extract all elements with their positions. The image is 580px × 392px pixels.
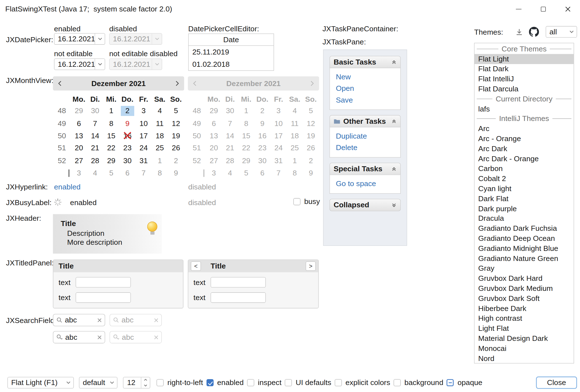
- table-row[interactable]: 01.02.2018: [188, 58, 274, 70]
- theme-list-item[interactable]: Dracula: [475, 213, 574, 224]
- calendar-day[interactable]: 25: [152, 142, 168, 155]
- theme-list-item[interactable]: Arc: [475, 124, 574, 134]
- theme-list-item[interactable]: Gradianto Deep Ocean: [475, 234, 574, 244]
- search-input[interactable]: [65, 316, 95, 324]
- checkbox-box[interactable]: [157, 379, 164, 386]
- theme-list-item[interactable]: Monocai: [475, 343, 574, 353]
- download-themes-button[interactable]: [514, 27, 524, 37]
- calendar-day[interactable]: 2: [119, 105, 136, 117]
- previous-button[interactable]: <: [191, 262, 201, 271]
- theme-list-item[interactable]: Arc Dark: [475, 144, 574, 154]
- calendar-day[interactable]: 26: [168, 142, 184, 155]
- calendar-day[interactable]: 19: [168, 130, 184, 142]
- task-link[interactable]: Open: [336, 84, 400, 93]
- calendar-day[interactable]: 15: [103, 130, 119, 142]
- theme-list-item[interactable]: Flat Light: [475, 54, 574, 64]
- task-link[interactable]: Save: [336, 96, 400, 104]
- chevron-down-icon[interactable]: [63, 377, 74, 388]
- task-link[interactable]: Duplicate: [336, 132, 400, 141]
- theme-list-item[interactable]: lafs: [475, 104, 574, 114]
- calendar-day[interactable]: 29: [103, 155, 119, 167]
- theme-list-item[interactable]: Nord: [475, 353, 574, 364]
- theme-list-item[interactable]: Light Flat: [475, 323, 574, 333]
- calendar-day[interactable]: 20: [71, 142, 87, 155]
- option-checkbox[interactable]: right-to-left: [157, 378, 203, 387]
- calendar-day[interactable]: 23: [119, 142, 136, 155]
- calendar-day[interactable]: 9: [168, 167, 184, 179]
- theme-list-item[interactable]: Flat Dark: [475, 64, 574, 74]
- chevron-down-icon[interactable]: [95, 59, 105, 70]
- calendar-day[interactable]: 14: [87, 130, 103, 142]
- calendar-day[interactable]: 11: [152, 117, 168, 130]
- datepicker-not-editable[interactable]: 16.12.2021: [54, 58, 105, 70]
- checkbox-box[interactable]: [393, 379, 400, 386]
- theme-list-item[interactable]: Hiberbee Dark: [475, 303, 574, 313]
- clear-icon[interactable]: [97, 335, 102, 339]
- checkbox-box[interactable]: [285, 379, 292, 386]
- taskpane-special-header[interactable]: Special Tasks: [329, 163, 401, 175]
- taskpane-collapsed-header[interactable]: Collapsed: [329, 199, 401, 211]
- close-window-button[interactable]: [555, 0, 580, 18]
- theme-list-item[interactable]: Core Themes: [475, 44, 574, 54]
- table-row[interactable]: 25.11.2019: [188, 46, 274, 58]
- calendar-day[interactable]: 9: [119, 117, 136, 130]
- text-input[interactable]: [76, 292, 131, 303]
- theme-list-item[interactable]: Gradianto Midnight Blue: [475, 244, 574, 254]
- checkbox-box[interactable]: [293, 198, 300, 205]
- text-input[interactable]: [76, 277, 131, 288]
- option-checkbox[interactable]: opaque: [447, 378, 482, 387]
- checkbox-box[interactable]: [447, 379, 454, 386]
- next-button[interactable]: >: [306, 262, 316, 271]
- calendar-day[interactable]: 12: [168, 117, 184, 130]
- hyperlink-enabled[interactable]: enabled: [54, 183, 81, 191]
- clear-icon[interactable]: [97, 318, 102, 322]
- datepicker-enabled[interactable]: 16.12.2021: [54, 33, 105, 45]
- search-icon[interactable]: [56, 317, 63, 323]
- laf-combo[interactable]: Flat Light (F1): [8, 377, 74, 388]
- calendar-day[interactable]: 28: [87, 155, 103, 167]
- calendar-day[interactable]: 30: [119, 155, 136, 167]
- calendar-day[interactable]: 7: [87, 117, 103, 130]
- theme-list-item[interactable]: Arc Dark - Orange: [475, 154, 574, 164]
- search-input[interactable]: [65, 333, 95, 342]
- calendar-day[interactable]: 4: [87, 167, 103, 179]
- task-link[interactable]: Go to space: [336, 179, 400, 188]
- calendar-day[interactable]: 2: [168, 155, 184, 167]
- theme-list-item[interactable]: Material Design Dark: [475, 333, 574, 343]
- calendar-day[interactable]: 10: [136, 117, 152, 130]
- calendar-day[interactable]: 1: [152, 155, 168, 167]
- theme-list-item[interactable]: Current Directory: [475, 94, 574, 104]
- theme-list-item[interactable]: Dark purple: [475, 204, 574, 214]
- calendar-day[interactable]: 21: [87, 142, 103, 155]
- theme-list-item[interactable]: Gradianto Dark Fuchsia: [475, 224, 574, 234]
- theme-list-item[interactable]: Dark Flat: [475, 194, 574, 204]
- chevron-down-icon[interactable]: [567, 27, 577, 37]
- text-input[interactable]: [211, 277, 266, 288]
- themes-filter-combo[interactable]: all: [546, 26, 577, 37]
- option-checkbox[interactable]: inspect: [247, 378, 281, 387]
- calendar-day[interactable]: 31: [136, 155, 152, 167]
- spinner-down-button[interactable]: [141, 383, 150, 388]
- theme-list-item[interactable]: Gray: [475, 263, 574, 274]
- github-button[interactable]: [529, 27, 539, 37]
- calendar-day[interactable]: 3: [136, 105, 152, 117]
- calendar-day[interactable]: 22: [103, 142, 119, 155]
- theme-list-item[interactable]: Arc - Orange: [475, 134, 574, 144]
- calendar-day[interactable]: 4: [152, 105, 168, 117]
- checkbox-box[interactable]: [335, 379, 342, 386]
- option-checkbox[interactable]: explicit colors: [335, 378, 390, 387]
- taskpane-basic-header[interactable]: Basic Tasks: [329, 56, 401, 68]
- theme-list-item[interactable]: Gruvbox Dark Medium: [475, 284, 574, 294]
- theme-list-item[interactable]: Cyan light: [475, 184, 574, 194]
- calendar-day[interactable]: 17: [136, 130, 152, 142]
- close-button[interactable]: Close: [536, 377, 577, 389]
- chevron-down-icon[interactable]: [107, 377, 117, 388]
- taskpane-other-header[interactable]: Other Tasks: [329, 115, 401, 127]
- calendar-day[interactable]: 1: [103, 105, 119, 117]
- theme-list-item[interactable]: Flat IntelliJ: [475, 74, 574, 84]
- theme-list-item[interactable]: Gruvbox Dark Hard: [475, 274, 574, 284]
- calendar-day[interactable]: 7: [136, 167, 152, 179]
- chevron-down-icon[interactable]: [95, 34, 105, 44]
- calendar-day[interactable]: 29: [71, 105, 87, 117]
- calendar-day[interactable]: 13: [71, 130, 87, 142]
